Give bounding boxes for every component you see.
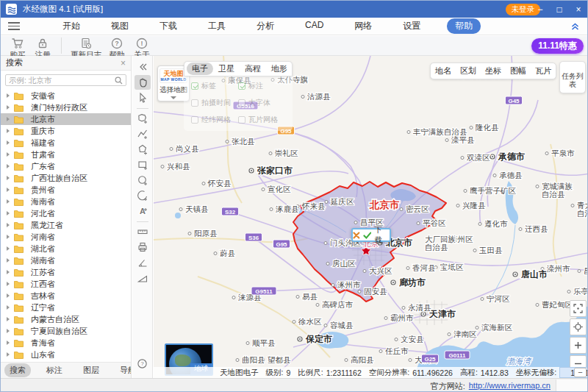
menu-item-工具[interactable]: 工具 bbox=[204, 18, 230, 34]
menu-item-设置[interactable]: 设置 bbox=[398, 18, 425, 34]
tree-item-湖北省[interactable]: 湖北省 bbox=[1, 243, 131, 254]
tree-item-海南省[interactable]: 海南省 bbox=[1, 196, 131, 207]
expand-arrow-icon[interactable] bbox=[7, 117, 10, 121]
text-add-tool[interactable]: A bbox=[135, 204, 151, 218]
tree-item-湖南省[interactable]: 湖南省 bbox=[1, 254, 131, 266]
statusbar-minimize-button[interactable]: − bbox=[574, 368, 587, 377]
layer-tab-地形[interactable]: 地形 bbox=[266, 63, 293, 75]
select-tool[interactable] bbox=[135, 90, 151, 105]
tree-item-内蒙古自治区[interactable]: 内蒙古自治区 bbox=[1, 313, 131, 325]
pan-tool[interactable] bbox=[135, 75, 151, 90]
ruler-tool[interactable] bbox=[135, 224, 151, 239]
expand-arrow-icon[interactable] bbox=[7, 140, 10, 145]
polyline-add-tool[interactable] bbox=[135, 126, 151, 141]
tree-item-江苏省[interactable]: 江苏省 bbox=[1, 266, 131, 278]
tree-item-青海省[interactable]: 青海省 bbox=[1, 337, 131, 349]
printer-tool[interactable] bbox=[135, 240, 151, 254]
search-input[interactable] bbox=[6, 76, 115, 85]
map-option-标签[interactable]: 标签 bbox=[191, 81, 238, 91]
tree-item-河北省[interactable]: 河北省 bbox=[1, 207, 131, 219]
checkbox-checked-icon[interactable] bbox=[191, 82, 198, 90]
expand-arrow-icon[interactable] bbox=[7, 152, 10, 157]
collapse-ribbon-icon[interactable] bbox=[570, 21, 580, 33]
menu-item-开始[interactable]: 开始 bbox=[58, 18, 85, 34]
expand-arrow-icon[interactable] bbox=[7, 282, 10, 286]
map-mode-坐标[interactable]: 坐标 bbox=[485, 65, 501, 76]
map-option-瓦片网格[interactable]: 瓦片网格 bbox=[238, 115, 285, 125]
panel-tab-导航[interactable]: 导航 bbox=[115, 363, 132, 377]
expand-arrow-icon[interactable] bbox=[7, 199, 10, 204]
slope-tool[interactable] bbox=[135, 271, 151, 285]
expand-arrow-icon[interactable] bbox=[7, 258, 10, 263]
layer-tab-卫星[interactable]: 卫星 bbox=[213, 63, 240, 75]
expand-arrow-icon[interactable] bbox=[7, 235, 10, 239]
menu-item-网络[interactable]: 网络 bbox=[350, 18, 376, 34]
polygon-add-tool[interactable] bbox=[135, 142, 151, 157]
tree-item-贵州省[interactable]: 贵州省 bbox=[1, 184, 131, 196]
checkbox-checked-icon[interactable] bbox=[238, 82, 245, 90]
layer-tab-高程[interactable]: 高程 bbox=[240, 63, 266, 75]
fit-extent-button[interactable] bbox=[570, 300, 587, 317]
expand-arrow-icon[interactable] bbox=[7, 164, 10, 168]
download-label[interactable]: 下载 bbox=[374, 225, 390, 246]
map-mode-图幅[interactable]: 图幅 bbox=[510, 65, 526, 76]
tree-item-黑龙江省[interactable]: 黑龙江省 bbox=[1, 219, 131, 231]
tree-item-广东省[interactable]: 广东省 bbox=[1, 160, 131, 172]
checkbox-icon[interactable] bbox=[191, 99, 198, 107]
map-mode-瓦片[interactable]: 瓦片 bbox=[535, 65, 551, 76]
tree-item-澳门特别行政区[interactable]: 澳门特别行政区 bbox=[1, 101, 131, 113]
panel-tab-图层[interactable]: 图层 bbox=[78, 363, 104, 377]
expand-arrow-icon[interactable] bbox=[7, 129, 10, 133]
login-status-badge[interactable]: 未登录 bbox=[506, 4, 541, 15]
lasso-add-tool[interactable] bbox=[135, 111, 151, 126]
expand-arrow-icon[interactable] bbox=[7, 105, 10, 110]
task-list-button[interactable]: 任务列表 bbox=[559, 61, 586, 93]
close-button[interactable]: × bbox=[574, 4, 583, 15]
tree-item-吉林省[interactable]: 吉林省 bbox=[1, 290, 131, 302]
website-link[interactable]: http://www.rivermap.cn bbox=[469, 381, 551, 392]
map-mode-地名[interactable]: 地名 bbox=[435, 65, 451, 76]
download-popup[interactable]: 下载 bbox=[351, 228, 391, 242]
confirm-check-icon[interactable] bbox=[363, 232, 372, 239]
tree-item-福建省[interactable]: 福建省 bbox=[1, 137, 131, 149]
tree-item-重庆市[interactable]: 重庆市 bbox=[1, 125, 131, 137]
menu-item-帮助[interactable]: 帮助 bbox=[447, 18, 481, 34]
map-option-大字体[interactable]: 大字体 bbox=[238, 98, 285, 108]
angle-tool[interactable] bbox=[135, 255, 151, 270]
expand-arrow-icon[interactable] bbox=[7, 176, 10, 180]
arc-add-tool[interactable] bbox=[135, 188, 151, 203]
cancel-icon[interactable] bbox=[353, 232, 360, 239]
panel-tab-搜索[interactable]: 搜索 bbox=[4, 363, 31, 377]
menu-item-分析[interactable]: 分析 bbox=[252, 18, 279, 34]
menu-item-视图[interactable]: 视图 bbox=[107, 18, 133, 34]
checkbox-icon[interactable] bbox=[238, 116, 245, 124]
tree-item-安徽省[interactable]: 安徽省 bbox=[1, 90, 131, 101]
menu-item-CAD[interactable]: CAD bbox=[301, 18, 328, 34]
panel-tab-标注[interactable]: 标注 bbox=[41, 363, 68, 377]
expand-arrow-icon[interactable] bbox=[7, 223, 10, 227]
expand-arrow-icon[interactable] bbox=[7, 93, 10, 98]
circle-add-tool[interactable] bbox=[135, 173, 151, 188]
tree-item-河南省[interactable]: 河南省 bbox=[1, 231, 131, 243]
expand-arrow-icon[interactable] bbox=[7, 317, 10, 321]
menu-item-下载[interactable]: 下载 bbox=[155, 18, 182, 34]
zoom-in-button[interactable] bbox=[570, 337, 587, 354]
expand-arrow-icon[interactable] bbox=[7, 211, 10, 215]
checkbox-icon[interactable] bbox=[191, 116, 198, 124]
expand-arrow-icon[interactable] bbox=[7, 270, 10, 274]
tree-item-辽宁省[interactable]: 辽宁省 bbox=[1, 302, 131, 313]
map-option-标注[interactable]: 标注 bbox=[238, 81, 285, 91]
tree-item-江西省[interactable]: 江西省 bbox=[1, 278, 131, 290]
minimize-button[interactable]: − bbox=[536, 4, 545, 15]
map-viewport[interactable]: 康保县太仆寺旗沽源县围场满族蒙古族自治县丰宁满族自治县隆化县滦平县张北县尚义县崇… bbox=[154, 56, 588, 378]
expand-arrow-icon[interactable] bbox=[7, 329, 10, 333]
locate-button[interactable] bbox=[570, 318, 587, 335]
collapse-tool[interactable] bbox=[135, 60, 151, 74]
expand-arrow-icon[interactable] bbox=[7, 246, 10, 251]
layer-tab-电子[interactable]: 电子 bbox=[187, 63, 213, 75]
hamburger-menu-icon[interactable] bbox=[8, 22, 20, 30]
tree-item-广西壮族自治区[interactable]: 广西壮族自治区 bbox=[1, 172, 131, 184]
search-box[interactable] bbox=[5, 74, 126, 86]
rect-add-tool[interactable] bbox=[135, 157, 151, 172]
expand-arrow-icon[interactable] bbox=[7, 188, 10, 192]
